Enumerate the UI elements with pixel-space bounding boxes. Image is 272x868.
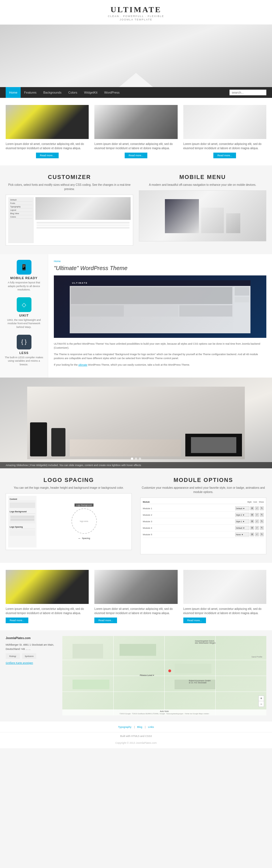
bottom-read-more-1[interactable]: Read more... [6,618,28,623]
nav-item-home[interactable]: Home [6,87,21,98]
wp-body-2: The Theme is responsive and has a native… [54,352,266,361]
footer: Typography | Blog | Links Built with HTM… [0,721,272,748]
module-row-5: Module 5 None ▼ ⊞ ✓ ✎ [143,531,264,538]
uikit-icon: ◇ [17,297,31,312]
map-logo-2: Spritzenm [22,653,36,659]
cs-item-6: Colors [9,215,33,219]
wp-section: 📱 MOBILE READY A fully responsive layout… [0,254,272,377]
company-name: JoomlaPlates.com [6,636,57,641]
footer-link-blog[interactable]: Blog [137,725,142,728]
cs-item-5: Blog View [9,212,33,215]
breadcrumb: Home [54,260,266,263]
read-more-btn-1[interactable]: Read more... [36,153,59,158]
search-input[interactable] [230,90,266,95]
nav-item-colors[interactable]: Colors [65,87,81,98]
uikit-feature: ◇ UIKIT UIKit, the new lightweight and m… [4,297,44,329]
wp-body-3: If your looking for the ultimate WordPre… [54,363,266,367]
cs-item-4: Layout [9,209,33,212]
bottom-text-2: Lorem ipsum dolor sit amet, consectetur … [94,607,177,615]
nav-item-features[interactable]: Features [21,87,40,98]
footer-built: Built with HTML5 and CSS3 [0,732,272,740]
nav-item-widgetkit[interactable]: WidgetKit [81,87,101,98]
mobile-ready-icon: 📱 [17,260,31,275]
bottom-col-2: Lorem ipsum dolor sit amet, consectetur … [94,570,177,623]
map-left: JoomlaPlates.com Mühlberger St. 4881 1 S… [6,636,57,715]
less-icon: { } [17,335,31,349]
customizer-section: CUSTOMIZER Pick colors, select fonts and… [6,174,133,246]
logo-preview: Content Logo Background Logo Spacing Log… [6,493,132,550]
module-row-2: Module 2 Style 2 ▼ ⊞ ✓ ✎ [143,512,264,518]
module-edit-btn[interactable]: ✎ [260,506,264,510]
map-link[interactable]: Größere Karte anzeigen [6,661,33,664]
spacing-label: ↔ Spacing [78,537,90,540]
map-label: Auto Note [160,710,169,712]
wp-link[interactable]: ultimate [78,363,88,366]
map-attribution: ©2015 Google · ©2015 GeoBasis-DE/BKG (©2… [64,713,265,715]
logo-circle: logo area [71,508,97,534]
logo-spacing-desc: You can set the logo margin, header heig… [6,486,132,490]
wp-body-1: ULTIMATE is the perfect WordPress Theme!… [54,342,266,350]
nav-item-wordpress[interactable]: WordPress [101,87,123,98]
feature-col-1: Lorem ipsum dolor sit amet, consectetur … [6,105,89,158]
module-options-half: MODULE OPTIONS Customize your modules ap… [140,477,266,554]
bottom-read-more-2[interactable]: Read more... [94,618,117,623]
nav-item-backgrounds[interactable]: Backgrounds [40,87,65,98]
customizer-title: CUSTOMIZER [6,174,133,180]
wp-theme-title: "Ultimate" WordPress Theme [54,265,266,272]
logo-tagline: CLEAN · POWERFULL · FLEXIBLE [0,15,272,18]
feature-image-2 [94,105,177,139]
wp-right: Home "Ultimate" WordPress Theme ULTIMATE [48,254,272,377]
module-row-4: Module 4 Default ▼ ⊞ ✓ ✎ [143,525,264,531]
bottom-col-3: Lorem ipsum dolor sit amet, consectetur … [183,570,266,623]
two-features-section: CUSTOMIZER Pick colors, select fonts and… [0,165,272,254]
ls-section-content: Content [10,497,35,501]
mobile-ready-desc: A fully responsive layout that adapts pe… [4,281,44,291]
cs-item-2: Fonts [9,202,33,205]
map-zoom-in[interactable]: + [259,695,264,701]
module-preview: Module Style Icon Show Module 1 Default … [140,498,266,554]
feature-image-3 [183,105,266,139]
feature-col-3: Lorem ipsum dolor sit amet, consectetur … [183,105,266,158]
logo-spacing-title: LOGO SPACING [6,477,132,483]
customizer-preview: Default Fonts Typography Layout Blog Vie… [6,194,133,246]
map-section: JoomlaPlates.com Mühlberger St. 4881 1 S… [0,630,272,721]
footer-link-typography[interactable]: Typography [118,725,132,728]
logo-spacing-half: LOGO SPACING You can set the logo margin… [6,477,132,554]
module-row-1: Module 1 Default ▼ ⊞ ✓ ✎ [143,505,264,512]
module-toggle-btn[interactable]: ✓ [255,506,259,510]
feature-image-1 [6,105,89,139]
read-more-btn-2[interactable]: Read more... [125,153,147,158]
hero-caption: Amazing Slideshow ( Free Widgetkit) Incl… [0,462,272,468]
mobile-ready-feature: 📱 MOBILE READY A fully responsive layout… [4,260,44,291]
bottom-read-more-3[interactable]: Read more... [183,618,206,623]
header-top: ULTIMATE CLEAN · POWERFULL · FLEXIBLE JO… [0,0,272,25]
footer-copyright: Copyright © 2013 JoomlaPlates.com [0,740,272,748]
logo-bg-badge: Logo Background [74,503,94,507]
uikit-desc: UIKit, the new lightweight and modular f… [4,318,44,329]
footer-link-links[interactable]: Links [148,725,154,728]
customizer-desc: Pick colors, select fonts and modify siz… [6,183,133,191]
less-title: LESS [19,351,29,354]
uikit-title: UIKIT [19,314,29,317]
wp-body-3-suffix: WordPress Theme, which you can easily cu… [88,363,190,366]
footer-sep-2: | [145,725,146,728]
map-zoom-out[interactable]: − [259,701,264,707]
mobile-menu-section: MOBILE MENU A modern and beautiful off-c… [139,174,266,246]
feature-text-2: Lorem ipsum dolor sit amet, consectetur … [94,142,177,150]
bottom-image-2 [94,570,177,604]
less-desc: The built-in LESS compiler makes using v… [4,356,44,367]
bottom-text-1: Lorem ipsum dolor sit amet, consectetur … [6,607,89,615]
mobile-menu-desc: A modern and beautiful off-canvas naviga… [139,183,266,187]
navbar: Home Features Backgrounds Colors WidgetK… [0,87,272,98]
header-hero [0,25,272,87]
module-style-select[interactable]: Default ▼ [235,506,249,510]
logo-title: ULTIMATE [0,5,272,14]
feature-text-3: Lorem ipsum dolor sit amet, consectetur … [183,142,266,150]
wp-screenshot: ULTIMATE [54,275,266,338]
read-more-btn-3[interactable]: Read more... [213,153,236,158]
mobile-ready-title: MOBILE READY [10,276,37,280]
footer-links: Typography | Blog | Links [0,721,272,732]
mobile-menu-title: MOBILE MENU [139,174,266,180]
module-options-desc: Customize your modules appearance and se… [140,486,266,494]
module-icon-btn[interactable]: ⊞ [250,506,254,510]
